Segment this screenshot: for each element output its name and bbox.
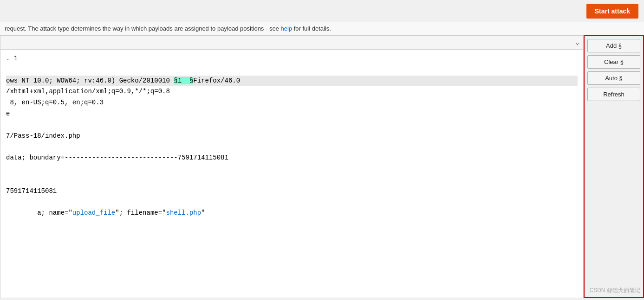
info-text: request. The attack type determines the … xyxy=(5,25,281,32)
code-line-6: e xyxy=(6,109,578,120)
watermark: CSDN @随犬的笔记 xyxy=(589,287,640,294)
top-bar: Start attack xyxy=(0,0,644,22)
code-line-empty3 xyxy=(6,141,578,153)
code-line-13: 7591714115081 xyxy=(6,186,578,197)
upload-file-text: upload_file xyxy=(72,209,115,217)
shell-php-text: shell.php xyxy=(166,209,201,217)
refresh-button[interactable]: Refresh xyxy=(587,88,640,101)
code-line-10: data; boundary=-------------------------… xyxy=(6,153,578,164)
clear-section-button[interactable]: Clear § xyxy=(587,55,640,69)
dropdown-bar[interactable]: ⌄ xyxy=(0,36,583,50)
editor-panel: ⌄ . 1 ows NT 10.0; WOW64; rv:46.0) Gecko… xyxy=(0,35,584,298)
auto-section-button[interactable]: Auto § xyxy=(587,71,640,85)
code-line-empty4 xyxy=(6,164,578,175)
add-section-button[interactable]: Add § xyxy=(587,39,640,52)
start-attack-button[interactable]: Start attack xyxy=(586,4,638,19)
code-line-empty5 xyxy=(6,175,578,186)
code-line-empty1 xyxy=(6,64,578,76)
help-link[interactable]: help xyxy=(281,25,293,32)
code-line-5: 8, en-US;q=0.5, en;q=0.3 xyxy=(6,97,578,109)
main-area: ⌄ . 1 ows NT 10.0; WOW64; rv:46.0) Gecko… xyxy=(0,35,644,298)
highlight-section1: §1 § xyxy=(174,77,193,84)
code-line-empty2 xyxy=(6,120,578,131)
chevron-down-icon[interactable]: ⌄ xyxy=(576,38,579,46)
sidebar-panel: Add § Clear § Auto § Refresh xyxy=(584,35,644,298)
code-line-1: . 1 xyxy=(6,53,578,64)
info-bar: request. The attack type determines the … xyxy=(0,22,644,35)
code-content[interactable]: . 1 ows NT 10.0; WOW64; rv:46.0) Gecko/2… xyxy=(0,50,583,298)
code-line-8: 7/Pass-18/index.php xyxy=(6,131,578,142)
code-line-4: /xhtml+xml,application/xml;q=0.9,*/*;q=0… xyxy=(6,86,578,97)
code-line-3: ows NT 10.0; WOW64; rv:46.0) Gecko/20100… xyxy=(6,76,578,87)
info-suffix: for full details. xyxy=(292,25,331,32)
code-line-14: a; name="upload_file"; filename="shell.p… xyxy=(6,197,578,230)
